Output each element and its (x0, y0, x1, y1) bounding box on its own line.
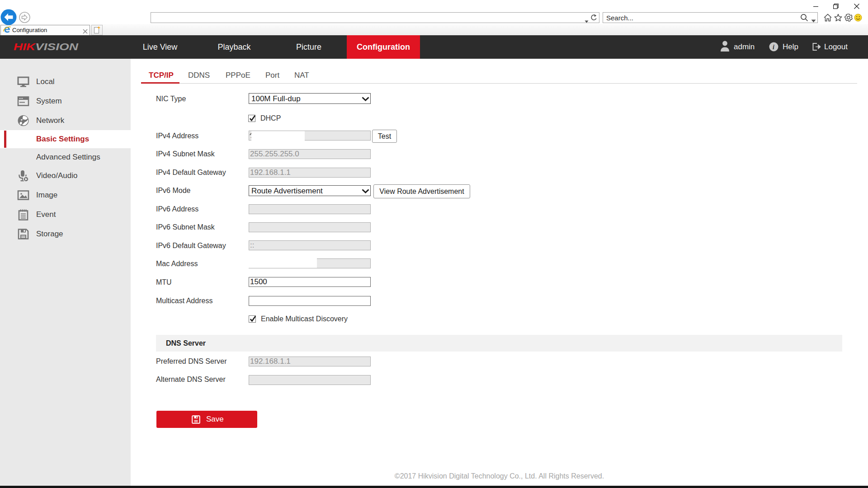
search-icon[interactable] (800, 14, 808, 22)
user-name[interactable]: admin (734, 35, 755, 59)
copyright-text: ©2017 Hikvision Digital Technology Co., … (131, 472, 868, 480)
save-button[interactable]: Save (156, 411, 257, 428)
nav-picture[interactable]: Picture (277, 35, 340, 59)
nav-live-view[interactable]: Live View (128, 35, 192, 59)
checkmark-icon (249, 115, 256, 122)
ipv4-subnet-input[interactable] (249, 149, 371, 159)
alternate-dns-input[interactable] (249, 375, 371, 385)
address-bar[interactable] (151, 12, 599, 23)
tab-ddns[interactable]: DDNS (188, 70, 210, 81)
ipv6-gateway-input[interactable] (249, 240, 371, 250)
window-minimize-button[interactable] (809, 0, 822, 13)
ipv6-address-input[interactable] (249, 204, 371, 214)
active-tab-underline (141, 82, 179, 84)
tab-tcpip[interactable]: TCP/IP (149, 70, 174, 81)
preferred-dns-input[interactable] (249, 357, 371, 366)
feedback-smiley-icon[interactable] (854, 14, 862, 22)
tab-close-icon[interactable] (83, 28, 88, 33)
ie-logo-icon (3, 26, 11, 33)
search-box[interactable] (603, 12, 818, 23)
sidebar-item-system[interactable]: System (0, 91, 131, 111)
save-floppy-icon (192, 415, 200, 424)
mtu-input[interactable] (249, 277, 371, 287)
refresh-icon[interactable] (590, 14, 597, 21)
image-icon (17, 189, 29, 201)
test-button[interactable]: Test (372, 130, 397, 143)
forward-icon (19, 12, 30, 23)
nav-playback[interactable]: Playback (203, 35, 266, 59)
window-restore-button[interactable] (829, 0, 843, 13)
enable-multicast-checkbox[interactable] (249, 315, 256, 323)
sidebar-item-network[interactable]: Network (0, 111, 131, 130)
back-icon (0, 9, 17, 25)
sidebar-item-storage[interactable]: Storage (0, 224, 131, 244)
sidebar-item-label: Storage (36, 224, 63, 244)
storage-disk-icon (17, 228, 29, 240)
help-icon[interactable]: i (769, 42, 778, 52)
new-tab-icon (94, 26, 101, 34)
home-icon[interactable] (824, 14, 832, 22)
microphone-icon (17, 169, 29, 182)
sidebar-item-label: Basic Settings (36, 130, 89, 148)
browser-tab-bar (0, 24, 868, 35)
logo-hik: HIK (14, 41, 35, 52)
ipv6-subnet-label: IPv6 Subnet Mask (156, 222, 260, 233)
ipv6-gateway-label: IPv6 Default Gateway (156, 240, 260, 251)
ipv4-address-label: IPv4 Address (156, 131, 260, 141)
browser-back-button[interactable] (0, 9, 17, 25)
tab-port[interactable]: Port (265, 70, 279, 81)
network-globe-icon (17, 114, 29, 127)
window-titlebar (0, 0, 868, 13)
ipv4-gateway-input[interactable] (249, 168, 371, 178)
nav-configuration[interactable]: Configuration (347, 35, 420, 59)
sidebar-item-image[interactable]: Image (0, 185, 131, 205)
search-placeholder: Search... (606, 14, 633, 22)
tab-pppoe[interactable]: PPPoE (226, 70, 250, 81)
view-route-advertisement-button[interactable]: View Route Advertisement (373, 184, 470, 198)
redacted-value-fragment (250, 133, 251, 135)
settings-gear-icon[interactable] (844, 14, 853, 22)
ipv6-subnet-input[interactable] (249, 222, 371, 232)
close-icon (854, 4, 859, 9)
ipv6-mode-select[interactable]: Route Advertisement (249, 185, 371, 196)
window-close-button[interactable] (850, 0, 863, 13)
mtu-label: MTU (156, 277, 260, 288)
sidebar-item-event[interactable]: Event (0, 205, 131, 224)
restore-icon (833, 4, 839, 9)
sidebar-item-label: Event (36, 205, 56, 224)
sidebar-item-local[interactable]: Local (0, 72, 131, 91)
content-panel: TCP/IP DDNS PPPoE Port NAT NIC Type 100M… (131, 59, 868, 486)
search-dropdown-icon[interactable] (811, 16, 816, 19)
save-button-label: Save (206, 411, 224, 428)
tab-strip-divider (141, 83, 857, 84)
address-dropdown-icon[interactable] (585, 17, 589, 19)
ie-window: Search... (0, 0, 868, 488)
user-icon (720, 40, 730, 52)
multicast-address-label: Multicast Address (156, 296, 260, 306)
minimize-icon (813, 4, 818, 9)
nic-type-select[interactable]: 100M Full-dup (249, 93, 371, 104)
enable-multicast-label: Enable Multicast Discovery (261, 314, 348, 324)
dns-section-title: DNS Server (166, 335, 206, 352)
logout-icon[interactable] (812, 43, 821, 51)
bottom-edge (0, 486, 868, 488)
logo-vision: VISION (35, 41, 78, 52)
system-window-icon (17, 95, 29, 107)
tab-nat[interactable]: NAT (294, 70, 309, 81)
help-label[interactable]: Help (783, 35, 798, 59)
checkmark-icon (249, 315, 257, 323)
monitor-icon (17, 75, 29, 88)
favorites-star-icon[interactable] (834, 14, 842, 22)
redaction-overlay (248, 256, 317, 268)
dhcp-label: DHCP (260, 113, 281, 124)
sidebar-item-video-audio[interactable]: Video/Audio (0, 166, 131, 185)
sidebar-item-basic-settings[interactable]: Basic Settings (0, 130, 131, 148)
sidebar-item-advanced-settings[interactable]: Advanced Settings (0, 148, 131, 166)
ipv4-subnet-label: IPv4 Subnet Mask (156, 149, 260, 160)
sidebar-item-label: Image (36, 185, 57, 205)
logout-label[interactable]: Logout (824, 35, 848, 59)
dhcp-checkbox[interactable] (248, 115, 255, 122)
browser-forward-button[interactable] (19, 12, 30, 23)
tab-title: Configuration (12, 27, 47, 33)
multicast-address-input[interactable] (249, 296, 371, 306)
